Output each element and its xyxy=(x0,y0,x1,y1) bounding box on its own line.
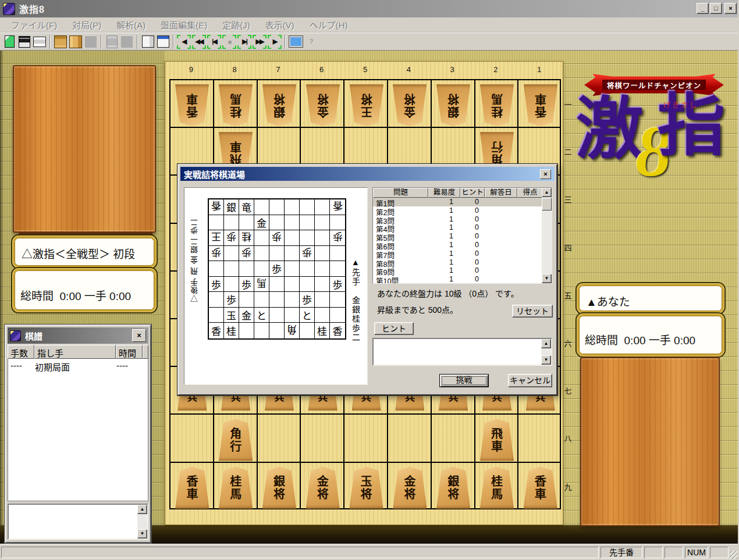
kifu-title-bar[interactable]: 棋譜 × xyxy=(8,327,148,344)
mini-board-piece-歩: 歩 xyxy=(300,292,315,308)
board-piece-桂馬-89[interactable]: 桂馬 xyxy=(219,467,253,509)
nav-last-icon[interactable]: ▶| xyxy=(237,34,252,49)
board-piece-桂馬-21[interactable]: 桂馬 xyxy=(480,84,514,126)
analysis-monitor-icon[interactable] xyxy=(288,34,303,49)
menu-item-file[interactable]: ファイル(F) xyxy=(3,17,65,33)
board-piece-銀将-79[interactable]: 銀将 xyxy=(262,467,296,509)
challenge-button[interactable]: 挑戦 xyxy=(439,374,489,387)
problem-col-ヒント[interactable]: ヒント xyxy=(460,188,485,198)
dialog-close-button[interactable]: × xyxy=(540,169,551,179)
board-piece-銀将-31[interactable]: 銀将 xyxy=(436,84,470,126)
reset-button[interactable]: リセット xyxy=(512,305,553,318)
kifu-col-時間[interactable]: 時間 xyxy=(116,345,143,359)
menu-item-view[interactable]: 表示(V) xyxy=(258,17,302,33)
problem-row-第5問[interactable]: 第5問10 xyxy=(373,232,543,241)
mini-board-cell xyxy=(315,277,330,293)
kifu-close-button[interactable]: × xyxy=(132,329,146,342)
kifu-move-list[interactable]: ----初期局面---- xyxy=(8,359,148,501)
problem-table-body[interactable]: 第1問10第2問10第3問10第4問10第5問10第6問10第7問10第8問10… xyxy=(373,198,543,283)
new-file-icon[interactable] xyxy=(2,34,17,49)
mini-board-cell xyxy=(285,277,300,293)
problem-col-得点[interactable]: 得点 xyxy=(517,188,543,198)
problem-row-第1問[interactable]: 第1問10 xyxy=(373,198,543,206)
help-icon: ? xyxy=(303,34,318,49)
board-piece-飛車-28[interactable]: 飛車 xyxy=(480,419,514,461)
problem-col-解答日[interactable]: 解答日 xyxy=(485,188,517,198)
nav-first-icon[interactable]: |◀ xyxy=(207,34,222,49)
nav-stop-icon: ■ xyxy=(222,34,237,49)
sente-player-name: ▲あなた xyxy=(577,284,724,313)
problem-row-第10問[interactable]: 第10問10 xyxy=(373,275,543,283)
kifu-col-指し手[interactable]: 指し手 xyxy=(34,345,116,359)
board-piece-香車-91[interactable]: 香車 xyxy=(175,84,209,126)
mini-board-piece-歩: 歩 xyxy=(224,292,239,308)
board-window-icon[interactable] xyxy=(155,34,170,49)
board-piece-金将-69[interactable]: 金将 xyxy=(306,467,340,509)
hint-area-scrollbar[interactable]: ▲ ▼ xyxy=(541,339,551,365)
minimize-button[interactable]: _ xyxy=(697,3,709,14)
menu-item-board-edit[interactable]: 盤面編集(E) xyxy=(153,17,215,33)
problem-table[interactable]: 問題難易度ヒント解答日得点 第1問10第2問10第3問10第4問10第5問10第… xyxy=(372,187,552,284)
dialog-title-bar[interactable]: 実戦詰将棋道場 × xyxy=(180,167,555,181)
board-piece-銀将-39[interactable]: 銀将 xyxy=(436,467,470,509)
toolbar-separator xyxy=(137,35,138,49)
board-piece-玉将-59[interactable]: 玉将 xyxy=(350,467,383,509)
scrollbar-thumb[interactable] xyxy=(542,198,552,211)
file-label-4: 4 xyxy=(387,65,431,74)
problem-col-難易度[interactable]: 難易度 xyxy=(428,188,460,198)
board-piece-銀将-71[interactable]: 銀将 xyxy=(262,84,296,126)
problem-col-問題[interactable]: 問題 xyxy=(373,188,428,198)
piece-window-icon[interactable] xyxy=(140,34,155,49)
kifu-row[interactable]: ----初期局面---- xyxy=(8,359,148,373)
problem-row-第6問[interactable]: 第6問10 xyxy=(373,241,543,249)
print-icon[interactable] xyxy=(32,34,47,49)
board-piece-金将-41[interactable]: 金将 xyxy=(393,84,427,126)
scroll-up-icon[interactable]: ▲ xyxy=(541,339,551,348)
problem-row-第9問[interactable]: 第9問10 xyxy=(373,266,543,275)
menu-item-joseki[interactable]: 定跡(J) xyxy=(215,17,258,33)
problem-row-第7問[interactable]: 第7問10 xyxy=(373,249,543,258)
problem-table-scrollbar[interactable]: ▲ ▼ xyxy=(542,188,552,283)
problem-row-第3問[interactable]: 第3問10 xyxy=(373,215,543,224)
scroll-up-icon[interactable]: ▲ xyxy=(542,188,552,197)
kifu-col-手数[interactable]: 手数 xyxy=(8,345,34,359)
logo-furigana: げきさし xyxy=(663,99,698,109)
board-piece-角行-88[interactable]: 角行 xyxy=(219,419,253,461)
hint-text-area[interactable]: ▲ ▼ xyxy=(372,338,552,366)
board-piece-王将-51[interactable]: 王将 xyxy=(350,84,383,126)
nav-fast-forward-icon[interactable]: ▶▶ xyxy=(252,34,267,49)
close-button[interactable]: × xyxy=(724,3,737,14)
board-diagram-icon[interactable] xyxy=(53,34,68,49)
hint-button[interactable]: ヒント xyxy=(374,322,414,335)
save-icon[interactable] xyxy=(17,34,32,49)
mini-board-cell xyxy=(209,308,224,323)
scroll-down-icon[interactable]: ▼ xyxy=(137,529,147,538)
problem-table-header[interactable]: 問題難易度ヒント解答日得点 xyxy=(373,188,552,198)
nav-back-icon[interactable]: ◀ xyxy=(176,34,191,49)
menu-item-help[interactable]: ヘルプ(H) xyxy=(302,17,356,33)
kifu-comment-box[interactable]: ▲ ▼ xyxy=(8,504,148,540)
cancel-button[interactable]: キャンセル xyxy=(508,374,552,387)
menu-item-play[interactable]: 対局(P) xyxy=(65,17,109,33)
scroll-down-icon[interactable]: ▼ xyxy=(542,274,552,283)
resize-grip[interactable] xyxy=(730,551,738,559)
board-piece-桂馬-29[interactable]: 桂馬 xyxy=(480,467,514,509)
scroll-down-icon[interactable]: ▼ xyxy=(541,355,551,365)
board-piece-金将-61[interactable]: 金将 xyxy=(306,84,340,126)
menu-item-analysis[interactable]: 解析(A) xyxy=(109,17,153,33)
board-piece-桂馬-81[interactable]: 桂馬 xyxy=(219,84,253,126)
scroll-up-icon[interactable]: ▲ xyxy=(137,505,147,514)
problem-row-第4問[interactable]: 第4問10 xyxy=(373,223,543,232)
problem-row-第2問[interactable]: 第2問10 xyxy=(373,206,543,215)
board-piece-香車-99[interactable]: 香車 xyxy=(175,467,209,509)
nav-fast-back-icon[interactable]: ◀◀ xyxy=(191,34,207,49)
mini-board-piece-と: と xyxy=(254,308,269,323)
board-edit-icon[interactable] xyxy=(68,34,83,49)
nav-forward-icon[interactable]: ▶ xyxy=(267,34,282,49)
board-piece-香車-19[interactable]: 香車 xyxy=(524,467,557,509)
kifu-comment-scrollbar[interactable]: ▲ ▼ xyxy=(137,505,147,538)
board-piece-金将-49[interactable]: 金将 xyxy=(393,467,427,509)
problem-row-第8問[interactable]: 第8問10 xyxy=(373,258,543,267)
board-piece-香車-11[interactable]: 香車 xyxy=(524,84,557,126)
maximize-button[interactable]: □ xyxy=(710,3,722,14)
